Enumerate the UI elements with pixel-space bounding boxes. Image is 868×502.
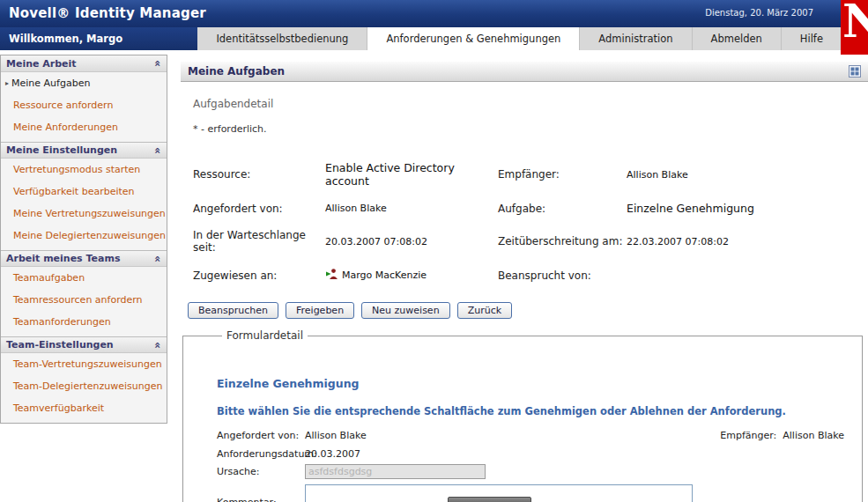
form-recipient-group: Empfänger: Allison Blake [720, 430, 849, 441]
portlet-titlebar: Meine Aufgaben [181, 62, 868, 82]
task-value: Einzelne Genehmigung [627, 202, 868, 215]
form-requested-by-label: Angefordert von: [217, 430, 305, 441]
task-label: Aufgabe: [498, 203, 627, 215]
claimed-by-label: Beansprucht von: [498, 269, 627, 282]
form-row-requested-by: Angefordert von: Allison Blake Empfänger… [217, 430, 849, 441]
form-row-comment: Kommentar: [217, 484, 849, 502]
claim-button[interactable]: Beanspruchen [188, 302, 278, 319]
task-detail-grid: Ressource: Enable Active Directory accou… [193, 161, 868, 283]
collapse-chevron-icon: « [152, 255, 164, 262]
sidebar-navigation: Meine Arbeit « ▸Meine Aufgaben Ressource… [0, 55, 167, 424]
sidebar-item-teamressourcen-anfordern[interactable]: Teamressourcen anfordern [1, 289, 167, 311]
identity-manager-app: Novell® Identity Manager Dienstag, 20. M… [0, 0, 868, 502]
sidebar-header-meine-arbeit[interactable]: Meine Arbeit « [1, 55, 167, 72]
tab-requests-approvals[interactable]: Anforderungen & Genehmigungen [367, 27, 579, 50]
partially-visible-button[interactable] [448, 497, 531, 502]
form-reason-label: Ursache: [217, 466, 305, 477]
queued-since-label: In der Warteschlange seit: [193, 229, 325, 254]
section-subtitle: Aufgabendetail [193, 98, 868, 110]
form-recipient-label: Empfänger: [720, 430, 776, 441]
sidebar-header-team-einstellungen[interactable]: Team-Einstellungen « [1, 336, 167, 353]
form-request-date-label: Anforderungsdatum: [217, 448, 305, 460]
reason-input [305, 464, 486, 479]
tab-logout[interactable]: Abmelden [692, 27, 781, 50]
form-detail-panel: Formulardetail Einzelne Genehmigung Bitt… [182, 329, 863, 502]
form-request-date-value: 20.03.2007 [305, 448, 360, 460]
sidebar-section-team-einstellungen: Team-Einstellungen « Team-Vertretungszuw… [1, 336, 167, 423]
assigned-to-value: Margo MacKenzie [325, 268, 498, 283]
sidebar-section-title: Team-Einstellungen [6, 339, 114, 351]
sidebar-item-meine-aufgaben[interactable]: ▸Meine Aufgaben [1, 72, 167, 94]
task-action-buttons: Beanspruchen Freigeben Neu zuweisen Zurü… [188, 302, 868, 319]
form-requested-by-value: Allison Blake [305, 430, 367, 441]
sidebar-item-meine-delegiertenzuweisungen[interactable]: Meine Delegiertenzuweisungen [1, 225, 167, 247]
reassign-button[interactable]: Neu zuweisen [361, 302, 450, 319]
timeout-label: Zeitüberschreitung am: [498, 235, 627, 247]
sidebar-section-title: Meine Arbeit [6, 58, 77, 70]
tab-administration[interactable]: Administration [579, 27, 691, 50]
queued-since-value: 20.03.2007 07:08:02 [325, 236, 498, 247]
tab-strip: Identitätsselbstbedienung Anforderungen … [197, 27, 868, 50]
tab-identity-self-service[interactable]: Identitätsselbstbedienung [197, 27, 367, 50]
current-date: Dienstag, 20. März 2007 [705, 8, 813, 18]
welcome-text: Willkommen, Margo [0, 27, 197, 50]
sidebar-item-ressource-anfordern[interactable]: Ressource anfordern [1, 94, 167, 116]
sidebar-section-title: Meine Einstellungen [6, 144, 117, 156]
sidebar-item-meine-anforderungen[interactable]: Meine Anforderungen [1, 116, 167, 138]
novell-logo: N [841, 0, 868, 55]
release-button[interactable]: Freigeben [286, 302, 354, 319]
form-row-request-date: Anforderungsdatum: 20.03.2007 [217, 448, 849, 460]
sidebar-section-meine-arbeit: Meine Arbeit « ▸Meine Aufgaben Ressource… [1, 55, 167, 142]
form-instruction: Bitte wählen Sie die entsprechende Schal… [217, 405, 849, 417]
sidebar-item-vertretungsmodus-starten[interactable]: Vertretungsmodus starten [1, 159, 167, 181]
resource-label: Ressource: [193, 168, 325, 181]
main-content: Meine Aufgaben Aufgabendetail * - erford… [181, 62, 868, 502]
collapse-chevron-icon: « [152, 147, 164, 154]
form-comment-label: Kommentar: [217, 484, 305, 502]
sidebar-section-title: Arbeit meines Teams [6, 253, 120, 264]
required-note: * - erforderlich. [193, 123, 868, 135]
sidebar-item-teamanforderungen[interactable]: Teamanforderungen [1, 311, 167, 333]
resource-value: Enable Active Directory account [325, 161, 498, 188]
top-banner: Novell® Identity Manager Dienstag, 20. M… [0, 0, 868, 27]
current-item-arrow-icon: ▸ [5, 79, 9, 87]
back-button[interactable]: Zurück [457, 302, 512, 319]
requested-by-label: Angefordert von: [193, 203, 325, 215]
sidebar-item-meine-vertretungszuweisungen[interactable]: Meine Vertretungszuweisungen [1, 203, 167, 225]
sidebar-header-arbeit-meines-teams[interactable]: Arbeit meines Teams « [1, 250, 167, 267]
sidebar-item-teamverfuegbarkeit[interactable]: Teamverfügbarkeit [1, 397, 167, 419]
sidebar-item-team-vertretungszuweisungen[interactable]: Team-Vertretungszuweisungen [1, 353, 167, 375]
collapse-chevron-icon: « [152, 60, 164, 67]
recipient-value: Allison Blake [627, 169, 868, 181]
form-detail-legend: Formulardetail [222, 329, 308, 342]
sidebar-section-meine-einstellungen: Meine Einstellungen « Vertretungsmodus s… [1, 142, 167, 250]
assigned-to-name: Margo MacKenzie [342, 269, 427, 281]
tab-help[interactable]: Hilfe [781, 27, 842, 50]
user-person-icon [325, 268, 338, 283]
form-recipient-value: Allison Blake [783, 430, 844, 441]
assigned-to-label: Zugewiesen an: [193, 269, 325, 282]
tab-bar: Willkommen, Margo Identitätsselbstbedien… [0, 27, 868, 50]
page-title: Meine Aufgaben [188, 65, 285, 78]
novell-logo-letter: N [842, 0, 868, 48]
form-heading: Einzelne Genehmigung [217, 377, 849, 390]
collapse-chevron-icon: « [152, 342, 164, 349]
brand-title: Novell® Identity Manager [9, 5, 206, 21]
form-row-reason: Ursache: [217, 464, 849, 479]
sidebar-header-meine-einstellungen[interactable]: Meine Einstellungen « [1, 142, 167, 159]
sidebar-section-arbeit-meines-teams: Arbeit meines Teams « Teamaufgaben Teamr… [1, 250, 167, 336]
sidebar-item-team-delegiertenzuweisungen[interactable]: Team-Delegiertenzuweisungen [1, 375, 167, 397]
requested-by-value: Allison Blake [325, 203, 498, 214]
timeout-value: 22.03.2007 07:08:02 [627, 236, 868, 247]
sidebar-item-teamaufgaben[interactable]: Teamaufgaben [1, 267, 167, 289]
portlet-grid-icon[interactable] [849, 65, 861, 78]
sidebar-item-verfuegbarkeit-bearbeiten[interactable]: Verfügbarkeit bearbeiten [1, 181, 167, 203]
recipient-label: Empfänger: [498, 168, 627, 181]
sidebar-item-label: Meine Aufgaben [11, 78, 90, 89]
